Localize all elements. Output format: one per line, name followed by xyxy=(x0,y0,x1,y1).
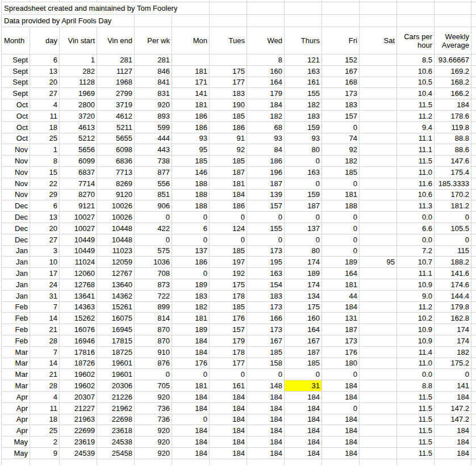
cell-vin-start[interactable]: 10449 xyxy=(60,245,97,257)
cell-weekly-average[interactable]: 185.3333 xyxy=(435,178,471,189)
empty-cell[interactable] xyxy=(471,380,476,392)
cell-per-wk[interactable]: 831 xyxy=(135,88,172,99)
cell-weekly-average[interactable]: 115 xyxy=(435,245,471,257)
cell-wed[interactable]: 184 xyxy=(247,447,285,459)
column-header-per-wk[interactable]: Per wk xyxy=(135,27,172,54)
cell-vin-start[interactable]: 5212 xyxy=(60,133,97,144)
empty-cell[interactable] xyxy=(471,391,476,402)
cell-per-wk[interactable]: 873 xyxy=(135,279,172,290)
cell-vin-end[interactable]: 1968 xyxy=(97,77,135,88)
cell-fri[interactable]: 184 xyxy=(322,436,360,448)
cell-wed[interactable]: 184 xyxy=(247,402,285,414)
empty-cell[interactable] xyxy=(471,257,476,268)
cell-weekly-average[interactable]: 184 xyxy=(435,391,471,402)
cell-mon[interactable] xyxy=(172,54,210,66)
cell-tues[interactable]: 178 xyxy=(210,346,247,358)
cell-month[interactable]: Sept xyxy=(2,77,30,88)
cell-tues[interactable]: 184 xyxy=(210,414,247,425)
column-header-vin-end[interactable]: Vin end xyxy=(97,27,135,54)
cell-cars-per-hour[interactable]: 9.4 xyxy=(397,121,435,133)
column-header-cars-per-hour[interactable]: Cars per hour xyxy=(397,27,435,54)
cell-tues[interactable]: 183 xyxy=(210,88,247,99)
cell-weekly-average[interactable]: 179.8 xyxy=(435,301,471,313)
cell-fri[interactable]: 164 xyxy=(322,268,360,279)
cell-cars-per-hour[interactable]: 11.5 xyxy=(397,447,435,459)
cell-vin-start[interactable]: 10027 xyxy=(60,222,97,234)
cell-weekly-average[interactable]: 147.2 xyxy=(435,414,471,425)
cell-fri[interactable]: 168 xyxy=(322,77,360,88)
cell-per-wk[interactable]: 870 xyxy=(135,335,172,346)
cell-day[interactable]: 25 xyxy=(30,425,60,436)
cell-tues[interactable]: 184 xyxy=(210,425,247,436)
cell-day[interactable]: 11 xyxy=(30,110,60,121)
empty-cell[interactable] xyxy=(360,2,397,15)
empty-cell[interactable] xyxy=(471,414,476,425)
cell-tues[interactable]: 185 xyxy=(210,245,247,257)
cell-month[interactable]: Feb xyxy=(2,335,30,346)
empty-cell[interactable] xyxy=(360,15,397,27)
cell-day[interactable]: 27 xyxy=(30,88,60,99)
cell-tues[interactable]: 178 xyxy=(210,290,247,301)
cell-cars-per-hour[interactable]: 11.5 xyxy=(397,156,435,167)
cell-day[interactable]: 14 xyxy=(30,358,60,369)
cell-weekly-average[interactable]: 174 xyxy=(435,324,471,335)
cell-vin-end[interactable]: 6098 xyxy=(97,144,135,156)
cell-wed[interactable]: 173 xyxy=(247,301,285,313)
cell-cars-per-hour[interactable]: 9.0 xyxy=(397,290,435,301)
cell-month[interactable]: Dec xyxy=(2,212,30,223)
cell-vin-end[interactable]: 5655 xyxy=(97,133,135,144)
cell-per-wk[interactable]: 575 xyxy=(135,245,172,257)
cell-cars-per-hour[interactable]: 10.9 xyxy=(397,279,435,290)
cell-sat[interactable] xyxy=(360,77,397,88)
cell-wed[interactable]: 187 xyxy=(247,178,285,189)
cell-fri[interactable]: 188 xyxy=(322,200,360,212)
empty-cell[interactable] xyxy=(247,15,285,27)
cell-month[interactable]: Feb xyxy=(2,313,30,324)
cell-per-wk[interactable]: 281 xyxy=(135,54,172,66)
empty-cell[interactable] xyxy=(397,15,435,27)
cell-day[interactable]: 7 xyxy=(30,346,60,358)
empty-cell[interactable] xyxy=(471,279,476,290)
cell-per-wk[interactable]: 814 xyxy=(135,313,172,324)
cell-vin-start[interactable]: 20307 xyxy=(60,391,97,402)
cell-tues[interactable]: 176 xyxy=(210,313,247,324)
cell-tues[interactable]: 181 xyxy=(210,178,247,189)
cell-mon[interactable]: 184 xyxy=(172,436,210,448)
cell-cars-per-hour[interactable]: 11.1 xyxy=(397,144,435,156)
cell-weekly-average[interactable]: 188.2 xyxy=(435,257,471,268)
cell-vin-start[interactable]: 21963 xyxy=(60,414,97,425)
column-header-day[interactable]: day xyxy=(30,27,60,54)
cell-mon[interactable]: 184 xyxy=(172,447,210,459)
empty-cell[interactable] xyxy=(471,144,476,156)
cell-month[interactable]: Jan xyxy=(2,290,30,301)
cell-day[interactable]: 7 xyxy=(30,301,60,313)
cell-tues[interactable]: 0 xyxy=(210,212,247,223)
cell-weekly-average[interactable]: 175.2 xyxy=(435,358,471,369)
cell-wed[interactable]: 173 xyxy=(247,245,285,257)
empty-cell[interactable] xyxy=(435,2,471,15)
cell-wed[interactable]: 8 xyxy=(247,54,285,66)
cell-wed[interactable]: 155 xyxy=(247,222,285,234)
cell-thurs[interactable]: 183 xyxy=(285,110,322,121)
cell-fri[interactable]: 173 xyxy=(322,335,360,346)
cell-mon[interactable]: 0 xyxy=(172,212,210,223)
cell-per-wk[interactable]: 870 xyxy=(135,324,172,335)
cell-tues[interactable]: 185 xyxy=(210,301,247,313)
cell-cars-per-hour[interactable]: 11.2 xyxy=(397,301,435,313)
cell-sat[interactable]: 95 xyxy=(360,257,397,268)
empty-cell[interactable] xyxy=(471,189,476,200)
cell-fri[interactable]: 74 xyxy=(322,133,360,144)
cell-sat[interactable] xyxy=(360,245,397,257)
cell-weekly-average[interactable]: 175.4 xyxy=(435,166,471,178)
cell-wed[interactable]: 186 xyxy=(247,156,285,167)
cell-cars-per-hour[interactable]: 11.1 xyxy=(397,133,435,144)
cell-wed[interactable]: 164 xyxy=(247,77,285,88)
sheet-subtitle-cell[interactable]: Data provided by April Fools Day xyxy=(2,15,135,27)
empty-cell[interactable] xyxy=(471,346,476,358)
cell-month[interactable]: Apr xyxy=(2,414,30,425)
cell-weekly-average[interactable]: 178.6 xyxy=(435,110,471,121)
cell-month[interactable]: Mar xyxy=(2,358,30,369)
cell-fri[interactable]: 173 xyxy=(322,88,360,99)
cell-wed[interactable]: 0 xyxy=(247,369,285,380)
cell-tues[interactable]: 185 xyxy=(210,156,247,167)
